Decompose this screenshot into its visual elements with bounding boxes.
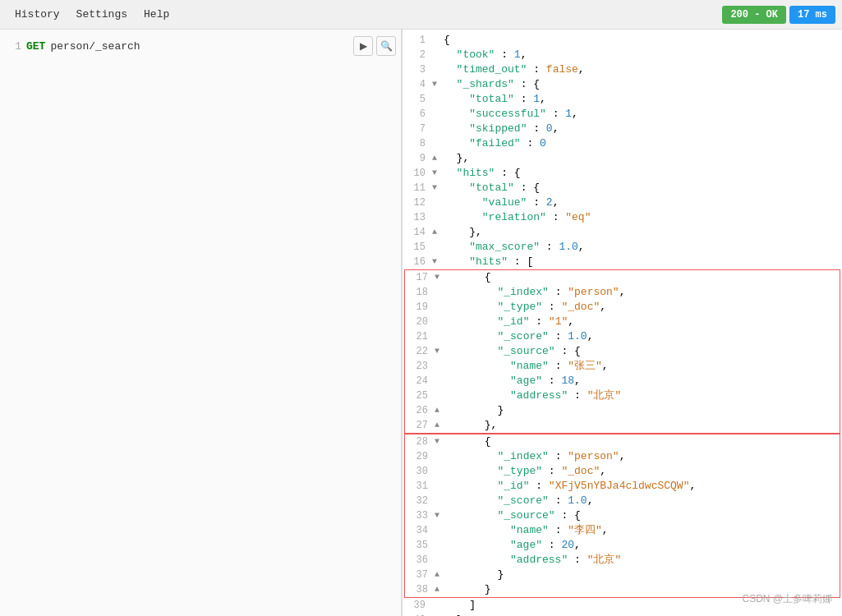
fold-arrow[interactable]: ▲ — [435, 568, 446, 582]
query-actions: ▶ 🔍 — [353, 36, 396, 56]
line-number: 27 — [408, 418, 435, 433]
code-view: 1{2 "took" : 1,3 "timed_out" : false,4▼ … — [403, 30, 842, 616]
menu-history[interactable]: History — [7, 3, 68, 25]
line-number: 28 — [408, 434, 435, 449]
code-line: 19 "_type" : "_doc", — [404, 300, 840, 315]
line-number: 37 — [408, 568, 435, 582]
code-line: 28▼ { — [404, 434, 840, 449]
code-line: 25 "address" : "北京" — [404, 388, 840, 403]
line-number: 3 — [406, 62, 432, 77]
line-number: 34 — [408, 523, 435, 538]
code-line: 14▲ }, — [403, 225, 842, 240]
code-line: 12 "value" : 2, — [403, 195, 842, 210]
left-panel: 1 GET person/_search ▶ 🔍 — [0, 30, 403, 616]
line-number: 24 — [408, 374, 435, 388]
code-content: "name" : "李四", — [446, 523, 836, 538]
fold-arrow[interactable]: ▲ — [432, 225, 444, 240]
code-content: "successful" : 1, — [444, 107, 839, 122]
code-line: 6 "successful" : 1, — [403, 107, 842, 122]
code-line: 3 "timed_out" : false, — [403, 62, 842, 77]
code-line: 22▼ "_source" : { — [404, 344, 840, 359]
code-line: 36 "address" : "北京" — [404, 553, 840, 568]
line-number: 33 — [408, 508, 435, 523]
code-content: "age" : 20, — [446, 538, 836, 553]
line-number: 17 — [408, 270, 435, 285]
code-line: 32 "_score" : 1.0, — [404, 494, 840, 508]
code-content: } — [446, 403, 836, 418]
code-line: 40 } — [403, 613, 842, 616]
code-content: "relation" : "eq" — [444, 210, 839, 225]
code-line: 18 "_index" : "person", — [404, 285, 840, 300]
code-line: 29 "_index" : "person", — [404, 449, 840, 464]
code-line: 30 "_type" : "_doc", — [404, 464, 840, 479]
code-content: "name" : "张三", — [446, 359, 836, 374]
line-number: 23 — [408, 359, 435, 374]
code-content: "_source" : { — [446, 508, 836, 523]
line-number: 26 — [408, 403, 435, 418]
fold-arrow[interactable]: ▼ — [435, 344, 446, 359]
code-line: 20 "_id" : "1", — [404, 315, 840, 329]
fold-arrow[interactable]: ▲ — [435, 582, 446, 597]
line-number: 7 — [406, 122, 432, 136]
code-line: 23 "name" : "张三", — [404, 359, 840, 374]
fold-arrow[interactable]: ▲ — [435, 418, 446, 433]
code-content: "address" : "北京" — [446, 553, 836, 568]
code-content: "took" : 1, — [444, 48, 839, 62]
line-number: 39 — [406, 598, 432, 613]
fold-arrow[interactable]: ▼ — [435, 434, 446, 449]
line-number: 36 — [408, 553, 435, 568]
code-content: "_type" : "_doc", — [446, 464, 836, 479]
code-line: 37▲ } — [404, 568, 840, 582]
line-number: 14 — [406, 225, 432, 240]
line-number: 2 — [406, 48, 432, 62]
line-number: 12 — [406, 195, 432, 210]
code-content: "max_score" : 1.0, — [444, 240, 839, 255]
fold-arrow[interactable]: ▼ — [432, 166, 444, 181]
code-content: }, — [444, 225, 839, 240]
line-number: 32 — [408, 494, 435, 508]
code-content: { — [446, 270, 836, 285]
line-number: 20 — [408, 315, 435, 329]
code-line: 11▼ "total" : { — [403, 181, 842, 195]
fold-arrow[interactable]: ▼ — [432, 77, 444, 92]
line-number: 25 — [408, 388, 435, 403]
code-content: "_id" : "XFjV5nYBJa4cldwcSCQW", — [446, 479, 836, 494]
fold-arrow[interactable]: ▲ — [435, 403, 446, 418]
line-number: 21 — [408, 329, 435, 344]
line-number: 6 — [406, 107, 432, 122]
search-button[interactable]: 🔍 — [376, 36, 396, 56]
code-line: 7 "skipped" : 0, — [403, 122, 842, 136]
fold-arrow[interactable]: ▲ — [432, 151, 444, 166]
line-number: 31 — [408, 479, 435, 494]
code-content: "_shards" : { — [444, 77, 839, 92]
right-panel[interactable]: 1{2 "took" : 1,3 "timed_out" : false,4▼ … — [403, 30, 842, 616]
code-content: "_index" : "person", — [446, 449, 836, 464]
code-content: "_id" : "1", — [446, 315, 836, 329]
line-number: 9 — [406, 151, 432, 166]
line-number: 4 — [406, 77, 432, 92]
line-number: 16 — [406, 255, 432, 269]
menu-settings[interactable]: Settings — [68, 3, 136, 25]
query-url[interactable]: person/_search — [50, 40, 140, 53]
code-content: } — [444, 613, 839, 616]
line-number: 29 — [408, 449, 435, 464]
line-number: 19 — [408, 300, 435, 315]
code-line: 31 "_id" : "XFjV5nYBJa4cldwcSCQW", — [404, 479, 840, 494]
line-number: 5 — [406, 92, 432, 107]
code-content: "total" : 1, — [444, 92, 839, 107]
fold-arrow[interactable]: ▼ — [432, 181, 444, 195]
left-empty-area — [0, 62, 401, 616]
line-number: 22 — [408, 344, 435, 359]
line-number: 30 — [408, 464, 435, 479]
code-line: 35 "age" : 20, — [404, 538, 840, 553]
line-number: 10 — [406, 166, 432, 181]
fold-arrow[interactable]: ▼ — [432, 255, 444, 269]
menu-help[interactable]: Help — [136, 3, 177, 25]
status-time-badge: 17 ms — [789, 6, 835, 24]
fold-arrow[interactable]: ▼ — [435, 270, 446, 285]
run-button[interactable]: ▶ — [353, 36, 373, 56]
code-content: "_score" : 1.0, — [446, 329, 836, 344]
watermark: CSDN @土多啤莉娜 — [742, 592, 832, 606]
code-line: 15 "max_score" : 1.0, — [403, 240, 842, 255]
fold-arrow[interactable]: ▼ — [435, 508, 446, 523]
